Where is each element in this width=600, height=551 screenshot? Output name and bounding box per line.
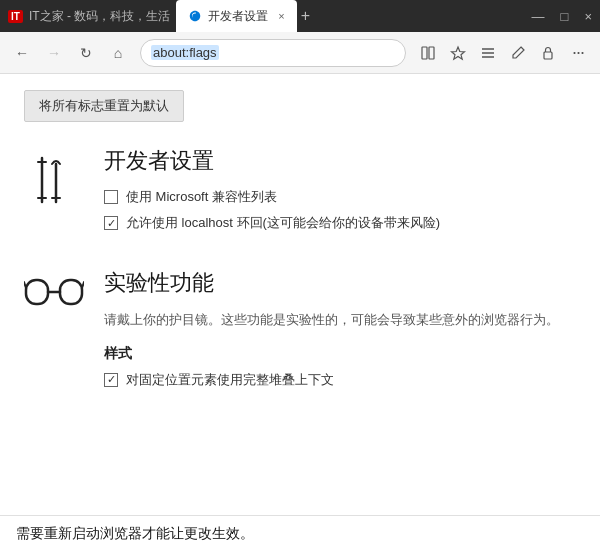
style-subsection-title: 样式 (104, 345, 576, 363)
address-highlight: about:flags (151, 45, 219, 60)
close-window-button[interactable]: × (584, 9, 592, 24)
forward-button[interactable]: → (40, 39, 68, 67)
minimize-button[interactable]: — (532, 9, 545, 24)
checkbox-item-2: ✓ 允许使用 localhost 环回(这可能会给你的设备带来风险) (104, 214, 576, 232)
svg-rect-13 (60, 280, 82, 304)
svg-rect-6 (544, 52, 552, 59)
edge-favicon (188, 9, 202, 23)
svg-marker-2 (452, 47, 465, 59)
reading-icon (420, 45, 436, 61)
content-area: 将所有标志重置为默认 开发者设置 使用 Microsoft 兼容性列表 (0, 74, 600, 515)
checkbox-item-3: ✓ 对固定位置元素使用完整堆叠上下文 (104, 371, 576, 389)
refresh-icon: ↻ (80, 45, 92, 61)
developer-title: 开发者设置 (104, 146, 576, 176)
favorites-button[interactable] (444, 39, 472, 67)
site-title: IT之家 - 数码，科技，生活 (29, 8, 170, 25)
wrench-icon (28, 150, 80, 210)
checkbox-check-2: ✓ (107, 218, 116, 229)
hub-button[interactable] (474, 39, 502, 67)
titlebar: IT IT之家 - 数码，科技，生活 开发者设置 × + — □ × (0, 0, 600, 32)
experimental-section: 实验性功能 请戴上你的护目镜。这些功能是实验性的，可能会导致某些意外的浏览器行为… (24, 268, 576, 397)
edit-button[interactable] (504, 39, 532, 67)
reset-flags-button[interactable]: 将所有标志重置为默认 (24, 90, 184, 122)
more-icon: ··· (572, 42, 584, 63)
active-tab[interactable]: 开发者设置 × (176, 0, 296, 32)
statusbar: 需要重新启动浏览器才能让更改生效。 (0, 515, 600, 551)
checkbox-3-label: 对固定位置元素使用完整堆叠上下文 (126, 371, 334, 389)
tab-title: 开发者设置 (208, 8, 268, 25)
back-button[interactable]: ← (8, 39, 36, 67)
experimental-title: 实验性功能 (104, 268, 576, 298)
checkbox-1-label: 使用 Microsoft 兼容性列表 (126, 188, 277, 206)
home-button[interactable]: ⌂ (104, 39, 132, 67)
experimental-section-body: 实验性功能 请戴上你的护目镜。这些功能是实验性的，可能会导致某些意外的浏览器行为… (104, 268, 576, 397)
address-bar[interactable]: about:flags (140, 39, 406, 67)
forward-icon: → (47, 45, 61, 61)
reading-mode-button[interactable] (414, 39, 442, 67)
address-text: about:flags (151, 45, 395, 60)
checkbox-item-1: 使用 Microsoft 兼容性列表 (104, 188, 576, 206)
checkbox-stacking[interactable]: ✓ (104, 373, 118, 387)
statusbar-text: 需要重新启动浏览器才能让更改生效。 (16, 525, 254, 543)
more-button[interactable]: ··· (564, 39, 592, 67)
new-tab-button[interactable]: + (301, 7, 310, 25)
home-icon: ⌂ (114, 45, 122, 61)
svg-line-16 (82, 282, 84, 288)
edit-icon (510, 45, 526, 61)
maximize-button[interactable]: □ (561, 9, 569, 24)
refresh-button[interactable]: ↻ (72, 39, 100, 67)
svg-rect-0 (422, 47, 427, 59)
goggles-icon (24, 272, 84, 312)
experimental-desc: 请戴上你的护目镜。这些功能是实验性的，可能会导致某些意外的浏览器行为。 (104, 310, 576, 331)
tab-close-button[interactable]: × (278, 10, 284, 22)
svg-line-15 (24, 282, 26, 288)
developer-icon (24, 146, 84, 240)
lock-icon (540, 45, 556, 61)
checkbox-localhost[interactable]: ✓ (104, 216, 118, 230)
nav-icons: ··· (414, 39, 592, 67)
svg-rect-12 (26, 280, 48, 304)
lock-button[interactable] (534, 39, 562, 67)
star-icon (450, 45, 466, 61)
developer-section-body: 开发者设置 使用 Microsoft 兼容性列表 ✓ 允许使用 localhos… (104, 146, 576, 240)
checkbox-check-3: ✓ (107, 374, 116, 385)
developer-section: 开发者设置 使用 Microsoft 兼容性列表 ✓ 允许使用 localhos… (24, 146, 576, 240)
it-logo: IT (8, 10, 23, 23)
svg-rect-1 (429, 47, 434, 59)
window-controls: — □ × (532, 9, 592, 24)
navbar: ← → ↻ ⌂ about:flags (0, 32, 600, 74)
checkbox-2-label: 允许使用 localhost 环回(这可能会给你的设备带来风险) (126, 214, 440, 232)
checkbox-compatibility[interactable] (104, 190, 118, 204)
experimental-icon (24, 268, 84, 397)
back-icon: ← (15, 45, 29, 61)
menu-lines-icon (480, 45, 496, 61)
titlebar-left: IT IT之家 - 数码，科技，生活 (8, 8, 170, 25)
